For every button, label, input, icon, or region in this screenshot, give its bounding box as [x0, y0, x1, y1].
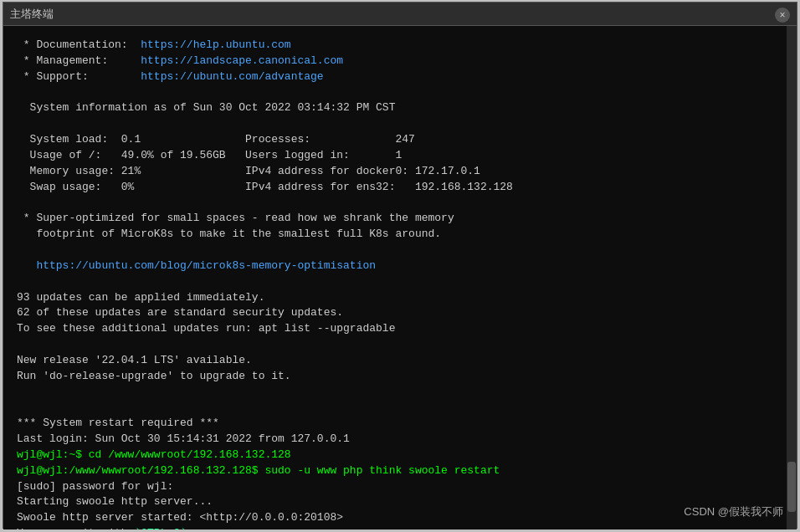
watermark: CSDN @假装我不师	[684, 504, 783, 519]
terminal-body[interactable]: * Documentation: https://help.ubuntu.com…	[3, 26, 797, 529]
close-button[interactable]: ×	[775, 8, 790, 23]
scrollbar[interactable]	[787, 26, 797, 529]
window-title: 主塔终端	[10, 7, 54, 22]
titlebar: 主塔终端 ×	[3, 3, 797, 26]
scrollbar-thumb[interactable]	[787, 462, 796, 512]
terminal-window: 主塔终端 × * Documentation: https://help.ubu…	[3, 2, 797, 529]
terminal-line-1: * Documentation: https://help.ubuntu.com…	[17, 38, 513, 529]
